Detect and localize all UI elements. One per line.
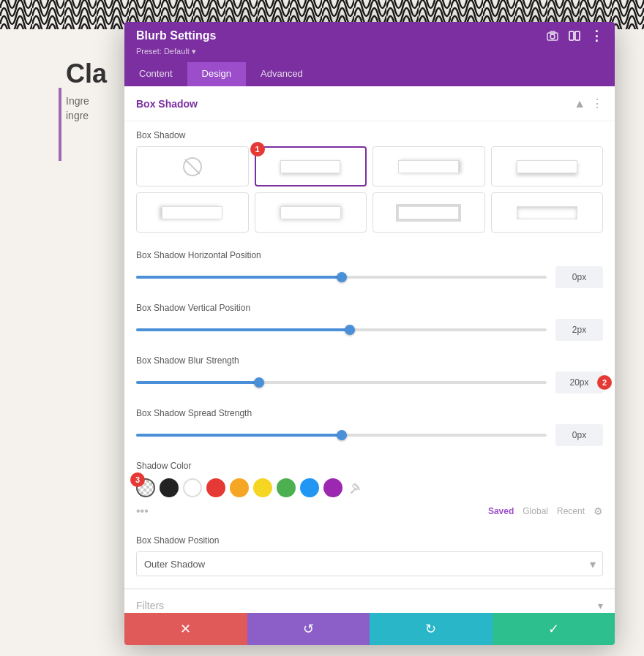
tab-content[interactable]: Content xyxy=(124,62,187,86)
section-menu-icon[interactable]: ⋮ xyxy=(591,97,603,110)
box-shadow-section-header: Box Shadow ▲ ⋮ xyxy=(124,86,615,121)
modal-header: Blurb Settings ⋮ Preset: xyxy=(124,22,615,62)
shadow-option-right[interactable] xyxy=(372,146,485,186)
shadow-option-spread[interactable] xyxy=(372,192,485,233)
blur-strength-label: Box Shadow Blur Strength xyxy=(136,355,603,366)
modal-tabs: Content Design Advanced xyxy=(124,62,615,86)
badge-3: 3 xyxy=(130,472,145,487)
color-settings-icon[interactable]: ⚙ xyxy=(594,505,603,517)
svg-point-11 xyxy=(351,491,353,494)
color-tab-global[interactable]: Global xyxy=(523,506,548,516)
vertical-position-input[interactable] xyxy=(555,319,603,341)
color-tabs: Saved Global Recent ⚙ xyxy=(488,505,603,517)
section-controls: ▲ ⋮ xyxy=(574,97,603,110)
horizontal-position-label: Box Shadow Horizontal Position xyxy=(136,250,603,260)
columns-icon[interactable] xyxy=(568,29,581,42)
filters-title: Filters xyxy=(136,600,164,611)
collapse-icon[interactable]: ▲ xyxy=(574,97,585,110)
blur-strength-row: Box Shadow Blur Strength 2 xyxy=(124,350,615,402)
shadow-label: Box Shadow xyxy=(124,121,615,146)
shadow-position-label: Box Shadow Position xyxy=(136,535,603,546)
preset-label[interactable]: Preset: Default ▾ xyxy=(136,47,603,56)
redo-button[interactable]: ↻ xyxy=(370,613,493,645)
color-swatch-white[interactable] xyxy=(183,478,202,497)
color-tab-recent[interactable]: Recent xyxy=(557,506,585,516)
modal-header-icons: ⋮ xyxy=(546,29,603,42)
horizontal-position-track[interactable] xyxy=(136,276,547,279)
cancel-button[interactable]: ✕ xyxy=(124,613,247,645)
svg-rect-10 xyxy=(352,483,359,490)
color-swatch-green[interactable] xyxy=(277,478,296,497)
save-button[interactable]: ✓ xyxy=(493,613,615,645)
more-options-icon[interactable]: ⋮ xyxy=(590,29,603,42)
vertical-position-track[interactable] xyxy=(136,328,547,331)
color-swatch-yellow[interactable] xyxy=(253,478,272,497)
eyedropper-icon[interactable] xyxy=(347,478,366,497)
shadow-option-none[interactable] xyxy=(136,146,249,186)
shadow-color-section: Shadow Color 3 xyxy=(124,455,615,529)
tab-advanced[interactable]: Advanced xyxy=(246,62,318,86)
badge-1: 1 xyxy=(250,142,265,157)
color-tab-saved[interactable]: Saved xyxy=(488,506,514,516)
shadow-style-grid: 1 xyxy=(124,146,615,244)
blur-strength-track[interactable] xyxy=(136,381,547,384)
shadow-option-bottom[interactable] xyxy=(491,146,604,186)
spread-strength-row: Box Shadow Spread Strength xyxy=(124,402,615,455)
more-colors-button[interactable]: ••• xyxy=(136,505,149,518)
modal-footer: ✕ ↺ ↻ ✓ xyxy=(124,613,615,645)
modal-title: Blurb Settings xyxy=(136,29,216,42)
left-accent-bar xyxy=(59,88,61,161)
svg-rect-6 xyxy=(575,31,580,40)
shadow-position-select-wrapper: Outer Shadow Inner Shadow ▾ xyxy=(136,551,603,576)
shadow-position-select[interactable]: Outer Shadow Inner Shadow xyxy=(136,551,603,576)
shadow-color-label: Shadow Color xyxy=(136,461,603,471)
shadow-option-all[interactable] xyxy=(255,192,367,233)
blurb-settings-modal: Blurb Settings ⋮ Preset: xyxy=(124,22,615,645)
camera-icon[interactable] xyxy=(546,29,559,42)
tab-design[interactable]: Design xyxy=(187,62,246,86)
badge-2: 2 xyxy=(597,375,612,390)
filters-header[interactable]: Filters ▾ xyxy=(124,589,615,613)
shadow-position-section: Box Shadow Position Outer Shadow Inner S… xyxy=(124,529,615,588)
svg-rect-5 xyxy=(569,31,574,40)
shadow-option-inset[interactable] xyxy=(491,192,604,233)
vertical-position-label: Box Shadow Vertical Position xyxy=(136,303,603,313)
modal-body: Box Shadow ▲ ⋮ Box Shadow xyxy=(124,86,615,613)
color-swatch-purple[interactable] xyxy=(323,478,342,497)
color-swatch-orange[interactable] xyxy=(230,478,249,497)
filters-section: Filters ▾ xyxy=(124,589,615,613)
shadow-option-left[interactable] xyxy=(136,192,249,233)
box-shadow-section: Box Shadow ▲ ⋮ Box Shadow xyxy=(124,86,615,589)
shadow-option-top[interactable]: 1 xyxy=(255,146,367,186)
svg-point-3 xyxy=(550,34,555,39)
horizontal-position-row: Box Shadow Horizontal Position xyxy=(124,244,615,297)
spread-strength-input[interactable] xyxy=(555,424,603,446)
color-swatch-red[interactable] xyxy=(206,478,225,497)
svg-line-8 xyxy=(185,159,200,174)
box-shadow-section-title: Box Shadow xyxy=(136,98,198,110)
spread-strength-label: Box Shadow Spread Strength xyxy=(136,408,603,418)
blur-strength-input[interactable] xyxy=(555,372,603,393)
color-swatches: 3 xyxy=(136,478,603,497)
reset-button[interactable]: ↺ xyxy=(247,613,370,645)
horizontal-position-input[interactable] xyxy=(555,266,603,288)
vertical-position-row: Box Shadow Vertical Position xyxy=(124,297,615,350)
filters-collapse-icon: ▾ xyxy=(598,600,603,611)
color-swatch-black[interactable] xyxy=(160,478,179,497)
spread-strength-track[interactable] xyxy=(136,434,547,437)
color-swatch-blue[interactable] xyxy=(300,478,319,497)
